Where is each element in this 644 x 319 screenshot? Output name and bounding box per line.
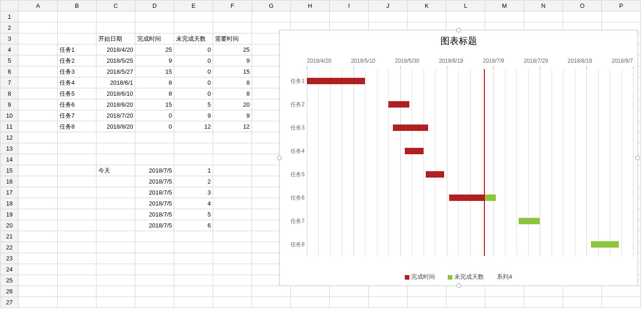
row-header-26[interactable]: 26 xyxy=(0,286,19,297)
cell-B17[interactable] xyxy=(58,187,97,198)
cell-A4[interactable] xyxy=(19,44,58,55)
cell-B4[interactable]: 任务1 xyxy=(58,44,97,55)
cell-D26[interactable] xyxy=(135,286,174,297)
cell-A14[interactable] xyxy=(19,154,58,165)
col-header-D[interactable]: D xyxy=(135,0,174,11)
cell-E25[interactable] xyxy=(174,275,213,286)
cell-B20[interactable] xyxy=(58,220,97,231)
resize-handle-n[interactable] xyxy=(456,28,461,32)
cell-C5[interactable]: 2018/5/25 xyxy=(97,55,135,66)
cell-A19[interactable] xyxy=(19,209,58,220)
col-header-C[interactable]: C xyxy=(97,0,135,11)
cell-D7[interactable]: 8 xyxy=(135,77,174,88)
cell-B19[interactable] xyxy=(58,209,97,220)
cell-N26[interactable] xyxy=(524,286,563,297)
cell-C15[interactable]: 今天 xyxy=(97,165,135,176)
cell-E12[interactable] xyxy=(174,132,213,143)
row-header-4[interactable]: 4 xyxy=(0,44,19,55)
cell-A23[interactable] xyxy=(19,253,58,264)
cell-F22[interactable] xyxy=(213,242,252,253)
cell-B26[interactable] xyxy=(58,286,97,297)
cell-F25[interactable] xyxy=(213,275,252,286)
cell-D13[interactable] xyxy=(135,143,174,154)
cell-E18[interactable]: 4 xyxy=(174,198,213,209)
cell-I1[interactable] xyxy=(330,11,369,22)
cell-F21[interactable] xyxy=(213,231,252,242)
gantt-chart[interactable]: 图表标题 2018/4/202018/5/102018/5/302018/6/1… xyxy=(279,30,638,286)
cell-N1[interactable] xyxy=(524,11,563,22)
cell-E9[interactable]: 5 xyxy=(174,99,213,110)
cell-B9[interactable]: 任务6 xyxy=(58,99,97,110)
cell-A26[interactable] xyxy=(19,286,58,297)
row-header-13[interactable]: 13 xyxy=(0,143,19,154)
cell-E4[interactable]: 0 xyxy=(174,44,213,55)
bar-pending[interactable] xyxy=(484,195,495,201)
cell-C11[interactable]: 2018/8/20 xyxy=(97,121,135,132)
cell-B3[interactable] xyxy=(58,33,97,44)
cell-B16[interactable] xyxy=(58,176,97,187)
cell-E3[interactable]: 未完成天数 xyxy=(174,33,213,44)
cell-M27[interactable] xyxy=(485,297,524,308)
cell-B11[interactable]: 任务8 xyxy=(58,121,97,132)
cell-E27[interactable] xyxy=(174,297,213,308)
row-header-14[interactable]: 14 xyxy=(0,154,19,165)
cell-D15[interactable]: 2018/7/5 xyxy=(135,165,174,176)
cell-D16[interactable]: 2018/7/5 xyxy=(135,176,174,187)
cell-L27[interactable] xyxy=(446,297,485,308)
cell-D19[interactable]: 2018/7/5 xyxy=(135,209,174,220)
cell-E21[interactable] xyxy=(174,231,213,242)
cell-C21[interactable] xyxy=(97,231,135,242)
cell-B1[interactable] xyxy=(58,11,97,22)
cell-A5[interactable] xyxy=(19,55,58,66)
legend-item[interactable]: 完成时间 xyxy=(405,273,435,281)
col-header-F[interactable]: F xyxy=(213,0,252,11)
cell-K1[interactable] xyxy=(408,11,446,22)
cell-P27[interactable] xyxy=(602,297,641,308)
row-header-1[interactable]: 1 xyxy=(0,11,19,22)
cell-B18[interactable] xyxy=(58,198,97,209)
cell-E24[interactable] xyxy=(174,264,213,275)
cell-C27[interactable] xyxy=(97,297,135,308)
cell-B12[interactable] xyxy=(58,132,97,143)
cell-E14[interactable] xyxy=(174,154,213,165)
row-header-19[interactable]: 19 xyxy=(0,209,19,220)
cell-F6[interactable]: 15 xyxy=(213,66,252,77)
cell-D23[interactable] xyxy=(135,253,174,264)
cell-C16[interactable] xyxy=(97,176,135,187)
resize-handle-e[interactable] xyxy=(635,156,640,160)
row-header-17[interactable]: 17 xyxy=(0,187,19,198)
cell-F15[interactable] xyxy=(213,165,252,176)
cell-A24[interactable] xyxy=(19,264,58,275)
cell-D8[interactable]: 8 xyxy=(135,88,174,99)
cell-A17[interactable] xyxy=(19,187,58,198)
row-header-16[interactable]: 16 xyxy=(0,176,19,187)
cell-A18[interactable] xyxy=(19,198,58,209)
cell-D3[interactable]: 完成时间 xyxy=(135,33,174,44)
cell-B8[interactable]: 任务5 xyxy=(58,88,97,99)
bar-done[interactable] xyxy=(405,148,424,154)
bar-pending[interactable] xyxy=(519,218,540,224)
cell-E13[interactable] xyxy=(174,143,213,154)
col-header-M[interactable]: M xyxy=(485,0,524,11)
cell-F26[interactable] xyxy=(213,286,252,297)
cell-C4[interactable]: 2018/4/20 xyxy=(97,44,135,55)
cell-A20[interactable] xyxy=(19,220,58,231)
cell-C13[interactable] xyxy=(97,143,135,154)
cell-E17[interactable]: 3 xyxy=(174,187,213,198)
cell-A7[interactable] xyxy=(19,77,58,88)
cell-C14[interactable] xyxy=(97,154,135,165)
legend-item[interactable]: 未完成天数 xyxy=(448,273,484,281)
row-header-22[interactable]: 22 xyxy=(0,242,19,253)
cell-A25[interactable] xyxy=(19,275,58,286)
cell-M26[interactable] xyxy=(485,286,524,297)
cell-F18[interactable] xyxy=(213,198,252,209)
cell-B24[interactable] xyxy=(58,264,97,275)
cell-D20[interactable]: 2018/7/5 xyxy=(135,220,174,231)
cell-D21[interactable] xyxy=(135,231,174,242)
cell-F19[interactable] xyxy=(213,209,252,220)
cell-C9[interactable]: 2018/6/20 xyxy=(97,99,135,110)
cell-F10[interactable]: 9 xyxy=(213,110,252,121)
cell-D17[interactable]: 2018/7/5 xyxy=(135,187,174,198)
cell-D11[interactable]: 0 xyxy=(135,121,174,132)
cell-F5[interactable]: 9 xyxy=(213,55,252,66)
